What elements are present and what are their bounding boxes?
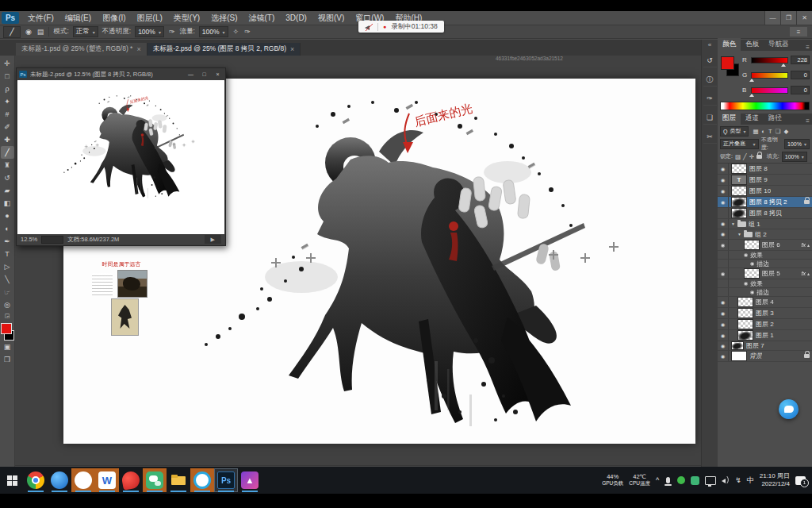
layer-row[interactable]: ◉图层 7 — [718, 341, 812, 351]
layer-thumbnail[interactable] — [737, 319, 753, 329]
photos-taskbar-icon[interactable]: ▲ — [238, 468, 262, 492]
document-tab-1[interactable]: 未标题-1.psd @ 25% (塑造, RGB/8) *× — [16, 43, 147, 56]
layer-visibility-toggle[interactable] — [718, 260, 729, 267]
eye-icon[interactable]: ◉ — [750, 290, 754, 294]
layers-tab-1[interactable]: 图层 — [718, 112, 741, 125]
group-expand-arrow[interactable]: ▼ — [737, 232, 741, 237]
menu-type[interactable]: 类型(Y) — [168, 11, 205, 25]
wechat-tray-icon[interactable] — [691, 476, 699, 485]
menu-3d[interactable]: 3D(D) — [280, 11, 312, 25]
lock-transparency-icon[interactable]: ▨ — [735, 153, 741, 160]
tool-presets-panel-icon[interactable]: ✂ — [703, 130, 717, 144]
foreground-color-swatch[interactable] — [1, 323, 12, 334]
muted-speaker-icon[interactable] — [365, 23, 373, 31]
tab-close-icon[interactable]: × — [290, 45, 294, 53]
lock-paint-icon[interactable]: ╱ — [743, 153, 747, 160]
file-explorer-taskbar-icon[interactable] — [167, 468, 190, 492]
color-tab-1[interactable]: 颜色 — [718, 38, 741, 51]
move-tool[interactable]: ✛ — [1, 57, 14, 70]
channel-value[interactable]: 0 — [791, 71, 810, 79]
layer-row[interactable]: ◉图层 2 — [718, 319, 812, 330]
floating-document-window[interactable]: Ps 未标题-2.psd @ 12.5% (图层 8 拷贝 2, RGB/8) … — [16, 67, 226, 246]
chat-bubble-button[interactable] — [779, 399, 799, 419]
layer-thumbnail[interactable] — [731, 208, 747, 218]
layer-row[interactable]: ◉图层 8 拷贝 2 — [718, 197, 812, 208]
fill-select[interactable]: 100% ▾ — [782, 152, 807, 162]
floating-window-canvas[interactable] — [17, 80, 224, 234]
usb-icon[interactable]: ↯ — [735, 476, 741, 484]
minimize-button[interactable]: — — [186, 71, 196, 77]
layer-visibility-toggle[interactable]: ◉ — [718, 341, 729, 350]
slider-marker-icon[interactable] — [781, 64, 786, 67]
fx-collapse-arrow[interactable]: ▴ — [807, 271, 810, 276]
layer-visibility-toggle[interactable] — [718, 251, 729, 259]
marquee-tool[interactable]: □ — [1, 70, 14, 83]
layer-thumbnail[interactable] — [731, 197, 747, 207]
microphone-icon[interactable] — [666, 477, 670, 483]
expand-panels-icon[interactable]: « — [708, 41, 711, 49]
zoom-tool[interactable]: ◎ — [1, 298, 14, 311]
eye-icon[interactable]: ◉ — [744, 281, 748, 286]
info-panel-icon[interactable]: ⓘ — [703, 73, 717, 87]
slider-marker-icon[interactable] — [749, 79, 754, 82]
layer-visibility-toggle[interactable] — [718, 208, 729, 218]
layer-visibility-toggle[interactable] — [718, 279, 729, 287]
browser-e-taskbar-icon[interactable] — [71, 468, 95, 492]
panel-menu-icon[interactable]: ≡ — [806, 117, 812, 125]
menu-view[interactable]: 视图(V) — [312, 11, 350, 25]
group-expand-arrow[interactable]: ▼ — [731, 221, 735, 226]
menu-filter[interactable]: 滤镜(T) — [243, 11, 281, 25]
input-method-indicator[interactable]: 中 — [747, 475, 754, 486]
layer-visibility-toggle[interactable]: ◉ — [718, 319, 729, 329]
layer-row[interactable]: ◉效果 — [718, 279, 812, 288]
layer-thumbnail[interactable] — [731, 164, 747, 174]
layer-visibility-toggle[interactable]: ◉ — [718, 308, 729, 318]
w-app-taskbar-icon[interactable]: W — [95, 468, 119, 492]
menu-select[interactable]: 选择(S) — [205, 11, 243, 25]
close-button[interactable]: × — [213, 71, 223, 77]
quick-mask-icon[interactable]: ▣ — [1, 341, 14, 353]
wechat-taskbar-icon[interactable] — [143, 468, 167, 492]
history-panel-icon[interactable]: ↺ — [703, 54, 717, 67]
green-status-icon[interactable] — [677, 476, 685, 484]
panel-menu-icon[interactable]: ≡ — [806, 44, 812, 51]
channel-slider[interactable] — [751, 72, 788, 79]
healing-brush-tool[interactable]: ✚ — [1, 133, 14, 146]
layer-row[interactable]: ◉图层 1 — [718, 330, 812, 341]
layer-thumbnail[interactable] — [737, 308, 753, 318]
workspace-button[interactable]: ≡ — [790, 27, 807, 37]
layers-tab-2[interactable]: 通道 — [741, 112, 764, 125]
layer-row[interactable]: ◉图层 6fx▴ — [718, 240, 812, 251]
tablet-pressure-opacity-icon[interactable]: ✑ — [168, 28, 176, 36]
layer-opacity-select[interactable]: 100% ▾ — [784, 139, 810, 149]
blue-app-taskbar-icon[interactable] — [48, 468, 71, 492]
red-bird-taskbar-icon[interactable] — [119, 468, 143, 492]
maximize-button[interactable]: ❐ — [780, 11, 796, 25]
layer-row[interactable]: ◉T图层 9 — [718, 175, 812, 186]
quick-selection-tool[interactable]: ✦ — [1, 95, 14, 108]
crop-tool[interactable]: # — [1, 108, 14, 121]
layer-thumbnail[interactable] — [737, 297, 753, 307]
floating-window-titlebar[interactable]: Ps 未标题-2.psd @ 12.5% (图层 8 拷贝 2, RGB/8) … — [17, 68, 225, 81]
layer-visibility-toggle[interactable]: ◉ — [718, 164, 729, 174]
photoshop-taskbar-icon[interactable]: Ps — [214, 468, 238, 492]
menu-layer[interactable]: 图层(L) — [132, 11, 168, 25]
filter-type-select[interactable]: Ϙ 类型 ▾ — [720, 126, 749, 137]
filter-shape-icon[interactable]: ❏ — [776, 128, 781, 135]
maximize-button[interactable]: □ — [199, 71, 209, 77]
layer-visibility-toggle[interactable]: ◉ — [718, 240, 729, 250]
lock-position-icon[interactable]: ✛ — [749, 153, 754, 160]
gradient-tool[interactable]: ◧ — [1, 197, 14, 210]
brush-panel-toggle-icon[interactable]: ▤ — [36, 28, 45, 36]
history-brush-tool[interactable]: ↺ — [1, 171, 14, 184]
filter-pixel-icon[interactable]: ▦ — [753, 128, 758, 135]
layer-visibility-toggle[interactable] — [718, 288, 729, 296]
hand-tool[interactable]: ☞ — [1, 286, 14, 298]
zoom-level[interactable]: 12.5% — [21, 236, 37, 243]
eraser-tool[interactable]: ▰ — [1, 184, 14, 197]
document-tab-2[interactable]: 未标题-2.psd @ 25% (图层 8 拷贝 2, RGB/8)× — [147, 43, 301, 56]
channel-slider[interactable] — [751, 57, 788, 64]
display-icon[interactable] — [705, 476, 716, 485]
color-tab-3[interactable]: 导航器 — [764, 38, 794, 51]
channel-value[interactable]: 228 — [791, 56, 810, 64]
